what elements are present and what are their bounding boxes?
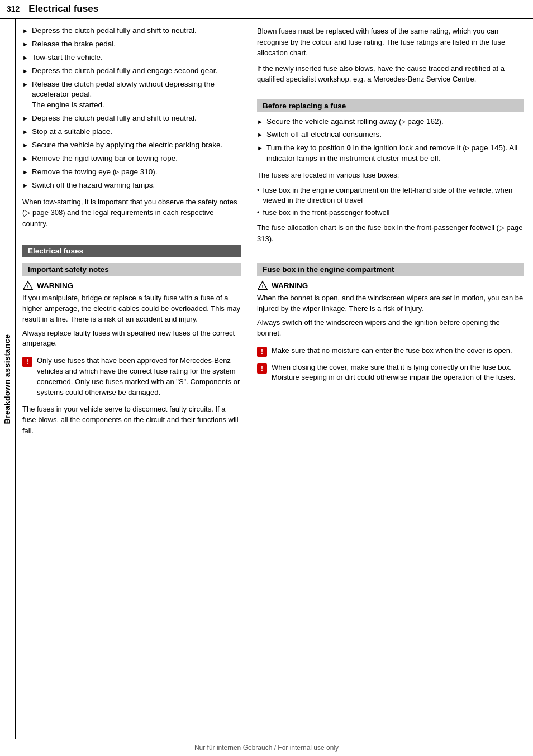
fuse-location-intro: The fuses are located in various fuse bo… — [257, 170, 524, 181]
warning-block-2: ! WARNING When the bonnet is open, and t… — [257, 280, 524, 338]
bullet-arrow-icon: ► — [22, 181, 28, 190]
note-block-1: ! Only use fuses that have been approved… — [22, 356, 241, 398]
list-item-text: Switch off all electrical consumers. — [266, 130, 382, 140]
fuse-location-list: • fuse box in the engine compartment on … — [257, 185, 524, 218]
content-area: Breakdown assistance ► Depress the clutc… — [0, 19, 533, 739]
blown-fuse-paragraph-2: If the newly inserted fuse also blows, h… — [257, 63, 524, 85]
bullet-arrow-icon: ► — [22, 54, 28, 62]
list-item: ► Turn the key to position 0 in the igni… — [257, 143, 524, 164]
warning-title-2: ! WARNING — [257, 280, 524, 290]
dot-bullet-icon: • — [257, 185, 260, 195]
note-block-3: ! When closing the cover, make sure that… — [257, 362, 524, 384]
note-exclamation-icon-1: ! — [22, 357, 32, 367]
warning-block-1: ! WARNING If you manipulate, bridge or r… — [22, 280, 241, 349]
list-item-text: Release the brake pedal. — [32, 39, 116, 50]
svg-text:!: ! — [262, 284, 264, 290]
note-text-2: Make sure that no moisture can enter the… — [272, 346, 512, 356]
warning-label-2: WARNING — [272, 281, 308, 290]
tow-note-paragraph: When tow-starting, it is important that … — [22, 197, 241, 229]
columns: ► Depress the clutch pedal fully and shi… — [16, 19, 533, 739]
warning-text-1a: If you manipulate, bridge or replace a f… — [22, 293, 241, 325]
dot-bullet-icon: • — [257, 208, 260, 218]
sidebar-label-text: Breakdown assistance — [3, 334, 12, 424]
list-item-text: Depress the clutch pedal fully and shift… — [32, 113, 197, 124]
bullet-arrow-icon: ► — [22, 67, 28, 75]
page-wrapper: 312 Electrical fuses Breakdown assistanc… — [0, 0, 533, 756]
list-item: ► Release the clutch pedal slowly withou… — [22, 79, 241, 111]
list-item-text: Switch off the hazard warning lamps. — [32, 180, 155, 191]
bullet-arrow-icon: ► — [22, 155, 28, 163]
list-item-text: fuse box in the engine compartment on th… — [263, 185, 524, 205]
warning-triangle-icon-1: ! — [22, 280, 34, 290]
section-header-engine-compartment: Fuse box in the engine compartment — [257, 263, 524, 276]
list-item: ► Remove the towing eye (▹ page 310). — [22, 167, 241, 178]
blown-fuse-paragraph-1: Blown fuses must be replaced with fuses … — [257, 26, 524, 59]
right-column: Blown fuses must be replaced with fuses … — [250, 19, 533, 739]
list-item: ► Switch off the hazard warning lamps. — [22, 180, 241, 191]
note-exclamation-icon-2: ! — [257, 347, 267, 357]
note-block-2: ! Make sure that no moisture can enter t… — [257, 346, 524, 357]
list-item-text: Tow-start the vehicle. — [32, 52, 103, 63]
svg-text:!: ! — [27, 284, 29, 289]
list-item-text: Turn the key to position 0 in the igniti… — [266, 143, 524, 164]
list-item-text: Depress the clutch pedal fully and shift… — [32, 26, 197, 36]
section-header-electrical-fuses: Electrical fuses — [22, 245, 241, 257]
header-title: Electrical fuses — [28, 3, 98, 15]
warning-label-1: WARNING — [37, 281, 73, 290]
section-header-safety-notes: Important safety notes — [22, 263, 241, 276]
fuse-chart-note: The fuse allocation chart is on the fuse… — [257, 222, 524, 244]
page-footer: Nur für internen Gebrauch / For internal… — [0, 739, 533, 756]
list-item-text: Secure the vehicle by applying the elect… — [32, 140, 222, 151]
list-item: ► Tow-start the vehicle. — [22, 52, 241, 63]
list-item: ► Stop at a suitable place. — [22, 127, 241, 137]
bullet-arrow-icon: ► — [257, 131, 263, 139]
fuses-intro-paragraph: The fuses in your vehicle serve to disco… — [22, 404, 241, 437]
before-fuse-bullet-list: ► Secure the vehicle against rolling awa… — [257, 117, 524, 165]
bullet-arrow-icon: ► — [257, 144, 263, 152]
bullet-arrow-icon: ► — [22, 114, 28, 123]
list-item: • fuse box in the front-passenger footwe… — [257, 208, 524, 218]
list-item: ► Depress the clutch pedal fully and shi… — [22, 26, 241, 36]
note-exclamation-icon-3: ! — [257, 363, 267, 374]
note-text-1: Only use fuses that have been approved f… — [37, 356, 241, 398]
warning-title-1: ! WARNING — [22, 280, 241, 290]
list-item: ► Depress the clutch pedal fully and eng… — [22, 66, 241, 76]
bullet-arrow-icon: ► — [22, 80, 28, 89]
note-text-3: When closing the cover, make sure that i… — [272, 362, 524, 384]
list-item-text: Stop at a suitable place. — [32, 127, 112, 137]
warning-text-2b: Always switch off the windscreen wipers … — [257, 318, 524, 339]
tow-start-bullet-list: ► Depress the clutch pedal fully and shi… — [22, 26, 241, 191]
page-number: 312 — [7, 4, 20, 13]
bullet-arrow-icon: ► — [22, 168, 28, 176]
list-item: ► Switch off all electrical consumers. — [257, 130, 524, 140]
warning-text-2a: When the bonnet is open, and the windscr… — [257, 293, 524, 314]
page-header: 312 Electrical fuses — [0, 0, 533, 19]
left-column: ► Depress the clutch pedal fully and shi… — [16, 19, 250, 739]
list-item: • fuse box in the engine compartment on … — [257, 185, 524, 205]
bullet-arrow-icon: ► — [22, 40, 28, 49]
list-item-text: Release the clutch pedal slowly without … — [32, 79, 241, 111]
sidebar-label-container: Breakdown assistance — [0, 19, 16, 739]
warning-text-1b: Always replace faulty fuses with specifi… — [22, 328, 241, 350]
list-item: ► Remove the rigid towing bar or towing … — [22, 154, 241, 164]
list-item-text: Secure the vehicle against rolling away … — [266, 117, 444, 127]
list-item-text: fuse box in the front-passenger footwell — [263, 208, 390, 218]
section-header-before-fuse: Before replacing a fuse — [257, 99, 524, 112]
bullet-arrow-icon: ► — [257, 118, 263, 126]
list-item-text: Remove the towing eye (▹ page 310). — [32, 167, 158, 178]
list-item: ► Release the brake pedal. — [22, 39, 241, 50]
warning-triangle-icon-2: ! — [257, 280, 268, 290]
list-item: ► Secure the vehicle against rolling awa… — [257, 117, 524, 127]
bullet-arrow-icon: ► — [22, 141, 28, 150]
footer-text: Nur für internen Gebrauch / For internal… — [194, 744, 339, 752]
list-item: ► Depress the clutch pedal fully and shi… — [22, 113, 241, 124]
list-item-text: Depress the clutch pedal fully and engag… — [32, 66, 217, 76]
list-item: ► Secure the vehicle by applying the ele… — [22, 140, 241, 151]
bullet-arrow-icon: ► — [22, 128, 28, 136]
list-item-text: Remove the rigid towing bar or towing ro… — [32, 154, 178, 164]
bullet-arrow-icon: ► — [22, 27, 28, 35]
